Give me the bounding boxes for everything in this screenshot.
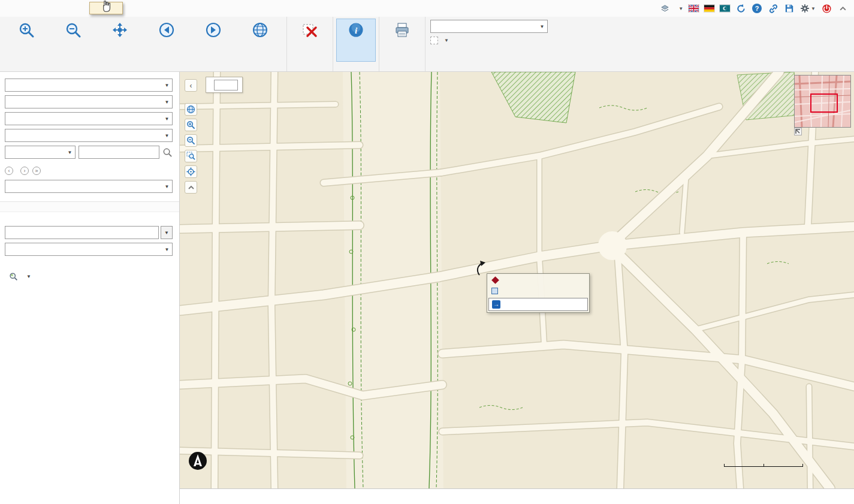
zoom-in-button[interactable] (3, 19, 50, 62)
hausnummer-select[interactable]: ▼ (5, 243, 173, 256)
overview-map[interactable] (794, 75, 851, 128)
visible-themes-dropdown[interactable]: ▼ (675, 6, 683, 11)
kartenausschnitte-select[interactable]: ▼ (5, 112, 173, 125)
refresh-button[interactable] (735, 3, 746, 14)
logout-button[interactable] (821, 3, 832, 14)
copyright-block (188, 451, 212, 473)
chevron-down-icon: ▼ (444, 38, 449, 43)
chevron-down-icon: ▼ (162, 113, 172, 125)
map-zoom-out-button[interactable] (185, 134, 197, 147)
save-button[interactable] (784, 3, 795, 14)
map-canvas[interactable]: ‹ (180, 72, 854, 488)
themes-icon (659, 3, 670, 14)
popup-item-buildings[interactable] (488, 275, 588, 285)
scroll-up-button[interactable] (185, 181, 197, 194)
overview-extent-rect[interactable] (810, 93, 838, 113)
menubar: ▼ ? ▼ (0, 0, 854, 17)
ribbon: i ▼ ▼ (0, 17, 854, 72)
sidebar-collapse-button[interactable]: ‹ (185, 79, 197, 92)
parcels-icon (491, 288, 498, 294)
zoom-window-button[interactable] (185, 150, 197, 162)
help-button[interactable]: ? (752, 3, 762, 14)
sidebar-tabs: ‹ › » (5, 167, 173, 175)
status-strip (180, 488, 854, 504)
popup-item-grundstuecke[interactable] (488, 285, 588, 297)
printer-icon (394, 22, 411, 38)
previous-extent-icon (158, 22, 175, 38)
chevron-down-icon: ▼ (811, 6, 816, 11)
selection-rect-icon (430, 37, 438, 44)
zoom-out-icon (65, 22, 82, 38)
pan-button[interactable] (96, 19, 143, 62)
tabs-prev-button[interactable]: ‹ (5, 167, 13, 175)
collapse-ribbon-button[interactable] (837, 3, 848, 14)
ich-will-input[interactable] (214, 80, 238, 90)
menubar-right: ▼ ? ▼ (659, 0, 854, 17)
chevron-down-icon: ▼ (678, 6, 683, 11)
identify-button[interactable]: i (336, 19, 376, 62)
globe-icon (252, 22, 268, 38)
ribbon-group-navigation (0, 17, 287, 71)
language-flag-uk-icon[interactable] (689, 5, 699, 12)
previous-extent-button[interactable] (143, 19, 190, 62)
scalebar-line (724, 464, 803, 467)
volltextsuche-scope-select[interactable]: ▼ (5, 146, 76, 159)
search-type-select[interactable]: ▼ (5, 180, 173, 193)
street-name-input[interactable] (5, 226, 159, 239)
clear-selection-icon (301, 22, 318, 38)
next-extent-icon (205, 22, 222, 38)
chevron-down-icon: ▼ (162, 129, 172, 141)
ribbon-group-favoriten: i (333, 17, 379, 71)
map-toolbar: ‹ (185, 79, 197, 194)
identify-popup: → (487, 273, 590, 313)
ansicht-select[interactable]: ▼ (5, 95, 173, 108)
strassenname-label (5, 216, 173, 224)
arrow-right-icon: → (492, 300, 500, 309)
suchen-button[interactable]: ▼ (5, 270, 35, 283)
search-icon (9, 272, 18, 281)
buildings-icon (491, 276, 499, 284)
full-extent-button[interactable] (237, 19, 283, 62)
language-flag-3-icon[interactable] (720, 5, 730, 12)
chevron-down-icon: ▼ (65, 146, 75, 158)
neues-ergebnis-dropdown[interactable]: ▼ (430, 37, 449, 44)
overview-globe-button[interactable] (185, 103, 197, 116)
street-name-dropdown-button[interactable]: ▼ (161, 226, 173, 239)
synergis-logo (188, 451, 207, 473)
hand-cursor-icon (101, 0, 112, 13)
center-position-button[interactable] (185, 165, 197, 178)
next-extent-button[interactable] (190, 19, 237, 62)
ribbon-group-thema: ▼ ▼ (426, 17, 553, 71)
ribbon-group-print (379, 17, 426, 71)
thema-select[interactable]: ▼ (430, 20, 548, 33)
identify-icon: i (348, 22, 364, 38)
chevron-down-icon: ▼ (162, 79, 172, 91)
print-button[interactable] (382, 19, 422, 62)
massstab-select[interactable]: ▼ (5, 129, 173, 142)
map-zoom-in-button[interactable] (185, 119, 197, 131)
zoom-out-button[interactable] (50, 19, 96, 62)
scalebar (724, 463, 803, 467)
ich-will-search[interactable] (206, 77, 243, 93)
link-button[interactable] (768, 3, 778, 14)
overview-expand-icon[interactable] (794, 128, 802, 135)
language-flag-de-icon[interactable] (704, 5, 714, 12)
zoom-in-icon (18, 22, 35, 38)
chevron-down-icon: ▼ (537, 20, 547, 32)
tabs-more-button[interactable]: » (32, 167, 41, 175)
clear-selection-button[interactable] (290, 19, 330, 62)
tabs-next-button[interactable]: › (20, 167, 29, 175)
pan-icon (111, 22, 128, 38)
search-icon[interactable] (162, 147, 173, 158)
chevron-down-icon: ▼ (162, 180, 172, 192)
chevron-down-icon: ▼ (26, 274, 31, 279)
search-panel-title (0, 201, 179, 212)
fulltext-search-input[interactable] (79, 146, 159, 159)
settings-button[interactable]: ▼ (800, 4, 816, 13)
projekt-select[interactable]: ▼ (5, 79, 173, 92)
chevron-down-icon: ▼ (162, 96, 172, 108)
sidebar: ▼ ▼ ▼ ▼ ▼ ‹ › » ▼ (0, 72, 180, 504)
take-all-objects-button[interactable]: → (488, 298, 588, 311)
ribbon-group-selection (287, 17, 333, 71)
chevron-down-icon: ▼ (162, 243, 172, 255)
